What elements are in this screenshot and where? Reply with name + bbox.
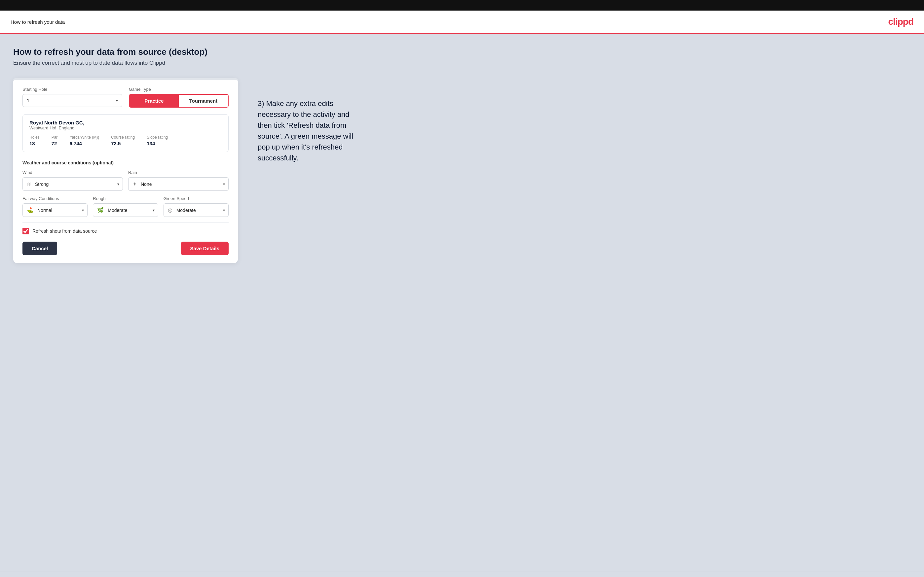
- refresh-checkbox-row: Refresh shots from data source: [23, 228, 229, 234]
- slope-rating-label: Slope rating: [147, 135, 168, 140]
- cancel-button[interactable]: Cancel: [23, 242, 57, 255]
- weather-section-title: Weather and course conditions (optional): [23, 160, 229, 165]
- rough-select-wrapper: 🌿 Moderate Light Heavy ▾: [93, 203, 158, 217]
- top-bar: [0, 0, 924, 11]
- game-type-toggle: Practice Tournament: [129, 94, 229, 108]
- game-type-group: Game Type Practice Tournament: [129, 87, 229, 108]
- green-speed-label: Green Speed: [163, 196, 229, 201]
- slope-rating-stat: Slope rating 134: [147, 135, 168, 147]
- page-subtitle: Ensure the correct and most up to date d…: [13, 60, 911, 66]
- par-label: Par: [52, 135, 58, 140]
- wind-icon: ≋: [23, 177, 34, 190]
- page-title: How to refresh your data from source (de…: [13, 47, 911, 57]
- game-type-label: Game Type: [129, 87, 229, 92]
- course-location: Westward Ho!, England: [29, 126, 222, 131]
- wind-label: Wind: [23, 170, 123, 175]
- side-instructions: 3) Make any extra edits necessary to the…: [258, 78, 363, 163]
- weather-row-1: Wind ≋ Strong Light None ▾ Rain ✦: [23, 170, 229, 191]
- starting-hole-select[interactable]: 1 10: [23, 94, 122, 106]
- card-top-strip: [13, 78, 238, 80]
- divider: [23, 222, 229, 222]
- footer: Copyright Clippd 2022: [0, 571, 924, 577]
- button-row: Cancel Save Details: [23, 242, 229, 255]
- rain-select-wrapper: ✦ None Light Heavy ▾: [128, 177, 229, 191]
- save-button[interactable]: Save Details: [181, 242, 229, 255]
- course-rating-stat: Course rating 72.5: [111, 135, 135, 147]
- green-speed-icon: ◎: [164, 204, 175, 216]
- holes-label: Holes: [29, 135, 40, 140]
- starting-hole-row: Starting Hole 1 10 ▾ Game Type Practice …: [23, 87, 229, 108]
- header-title: How to refresh your data: [11, 19, 65, 25]
- rain-select[interactable]: None Light Heavy: [139, 178, 228, 190]
- fairway-select[interactable]: Normal Soft Hard: [36, 204, 87, 216]
- yards-value: 6,744: [69, 140, 82, 146]
- instructions-text: 3) Make any extra edits necessary to the…: [258, 98, 363, 163]
- logo: clippd: [888, 16, 913, 27]
- green-speed-select-wrapper: ◎ Moderate Slow Fast ▾: [163, 203, 229, 217]
- fairway-icon: ⛳: [23, 204, 36, 216]
- wind-select-wrapper: ≋ Strong Light None ▾: [23, 177, 123, 191]
- course-stats: Holes 18 Par 72 Yards/White (M)) 6,744 C…: [29, 135, 222, 147]
- main-content: How to refresh your data from source (de…: [0, 34, 924, 571]
- rain-icon: ✦: [129, 177, 139, 190]
- starting-hole-group: Starting Hole 1 10 ▾: [23, 87, 122, 108]
- form-card: Starting Hole 1 10 ▾ Game Type Practice …: [13, 78, 238, 263]
- starting-hole-label: Starting Hole: [23, 87, 122, 92]
- rain-group: Rain ✦ None Light Heavy ▾: [128, 170, 229, 191]
- rough-group: Rough 🌿 Moderate Light Heavy ▾: [93, 196, 158, 217]
- course-name: Royal North Devon GC,: [29, 120, 222, 126]
- wind-select[interactable]: Strong Light None: [34, 178, 123, 190]
- refresh-checkbox[interactable]: [23, 228, 29, 234]
- fairway-label: Fairway Conditions: [23, 196, 87, 201]
- green-speed-group: Green Speed ◎ Moderate Slow Fast ▾: [163, 196, 229, 217]
- yards-label: Yards/White (M)): [69, 135, 99, 140]
- course-info-box: Royal North Devon GC, Westward Ho!, Engl…: [23, 114, 229, 152]
- starting-hole-select-wrapper: 1 10 ▾: [23, 94, 122, 107]
- rough-select[interactable]: Moderate Light Heavy: [107, 204, 158, 216]
- par-stat: Par 72: [52, 135, 58, 147]
- yards-stat: Yards/White (M)) 6,744: [69, 135, 99, 147]
- practice-button[interactable]: Practice: [129, 95, 179, 107]
- fairway-group: Fairway Conditions ⛳ Normal Soft Hard ▾: [23, 196, 87, 217]
- content-area: Starting Hole 1 10 ▾ Game Type Practice …: [13, 78, 911, 263]
- fairway-select-wrapper: ⛳ Normal Soft Hard ▾: [23, 203, 87, 217]
- weather-row-2: Fairway Conditions ⛳ Normal Soft Hard ▾ …: [23, 196, 229, 217]
- tournament-button[interactable]: Tournament: [179, 95, 228, 107]
- par-value: 72: [52, 140, 57, 146]
- holes-stat: Holes 18: [29, 135, 40, 147]
- header: How to refresh your data clippd: [0, 11, 924, 34]
- rough-icon: 🌿: [93, 204, 107, 216]
- course-rating-label: Course rating: [111, 135, 135, 140]
- course-rating-value: 72.5: [111, 140, 121, 146]
- rain-label: Rain: [128, 170, 229, 175]
- wind-group: Wind ≋ Strong Light None ▾: [23, 170, 123, 191]
- refresh-label[interactable]: Refresh shots from data source: [32, 229, 97, 234]
- holes-value: 18: [29, 140, 35, 146]
- slope-rating-value: 134: [147, 140, 155, 146]
- rough-label: Rough: [93, 196, 158, 201]
- green-speed-select[interactable]: Moderate Slow Fast: [175, 204, 228, 216]
